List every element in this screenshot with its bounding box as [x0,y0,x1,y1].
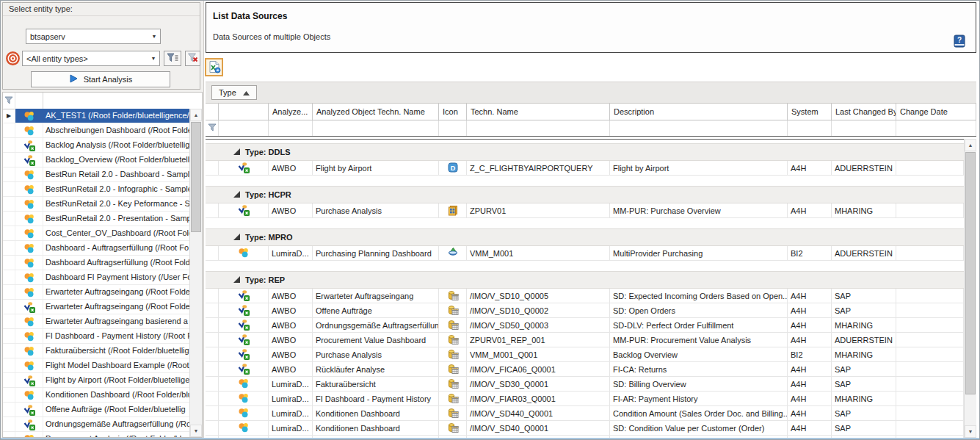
list-item[interactable]: Dashboard Auftragserfüllung (/Root Fold [3,256,189,270]
list-item[interactable]: Cost_Center_OV_Dashboard (/Root Fold [3,226,189,241]
list-item[interactable]: Erwarteter Auftragseingang basierend a [3,314,189,329]
scroll-up-button[interactable]: ▲ [190,109,202,121]
column-header-icon[interactable]: Icon [439,104,467,120]
group-row[interactable]: Type: DDLS [206,143,964,161]
table-row[interactable]: AWBOFlight by AirportDZ_C_FLIGHTBYAIRPOR… [206,161,964,176]
list-item[interactable]: Konditionen Dashboard (/Root Folder/blu [3,388,189,403]
filter-cell[interactable] [269,120,313,136]
list-item[interactable]: Fakturaübersicht (/Root Folder/bluetelli… [3,344,189,358]
list-filter-cell[interactable] [3,93,15,109]
analysis-workbook-icon [15,403,43,416]
filter-cell[interactable] [467,120,610,136]
table-row[interactable]: LumiraD...Fakturaübersicht/IMO/V_SD30_Q0… [206,377,964,392]
filter-cell[interactable] [832,120,896,136]
column-header-blank[interactable] [206,104,219,120]
table-row[interactable]: AWBOOffene Aufträge/IMO/V_SD10_Q0002SD: … [206,303,964,318]
filter-cell[interactable] [610,120,788,136]
list-item[interactable]: Abschreibungen Dashboard (/Root Folde [3,123,189,138]
group-expanded-icon[interactable] [233,233,240,242]
group-row[interactable]: Type: REP [206,271,964,289]
column-header-analyzed-object-techn-name[interactable]: Analyzed Object Techn. Name [313,104,439,120]
list-item[interactable]: BestRun Retail 2.0 - Dashboard - Sample [3,167,189,182]
cell-object-name: Procurement Value Dashboard [313,333,439,347]
list-item[interactable]: BestRunRetail 2.0 - Key Peformance - Sa [3,197,189,212]
list-item[interactable]: Offene Aufträge (/Root Folder/bluetellig [3,403,189,417]
filter-cell[interactable] [313,120,439,136]
list-item[interactable]: Flight Model Dashboard Example (/Root [3,358,189,373]
cell-description: SD: Expected Incoming Orders Based on Op… [610,289,788,303]
group-row[interactable]: Type: HCPR [206,186,964,203]
row-indicator [3,270,15,284]
list-icon-column-header[interactable] [15,93,43,109]
table-row[interactable]: AWBOPurchase AnalysisZPURV01MM-PUR: Purc… [206,203,964,218]
cell-change-date [896,406,964,420]
lumira-doc-icon [238,407,250,420]
column-header-blank[interactable] [219,104,269,120]
grid-scrollbar[interactable]: ▲ ▼ [964,139,976,438]
filter-cell[interactable] [219,120,269,136]
cell-description: MultiProvider Purchasing [610,246,788,260]
table-row[interactable]: LumiraD...Konditionen Dashboard/IMO/V_SD… [206,406,964,421]
table-row[interactable]: AWBORückläufer Analyse/IMO/V_FICA06_Q000… [206,362,964,377]
scroll-up-button[interactable]: ▲ [965,139,976,151]
table-row[interactable]: LumiraD...Konditionen Dashboard/IMO/V_SD… [206,421,964,436]
connection-dropdown[interactable]: btsapserv ▼ [26,29,161,44]
filter-cell[interactable] [439,120,467,136]
list-item[interactable]: Erwarteter Auftragseingang (/Root Folde [3,300,189,314]
filter-row-indicator[interactable] [206,120,219,136]
list-item[interactable]: Backlog Analysis (/Root Folder/bluetelli… [3,138,189,153]
table-row[interactable]: AWBOErwarteter Auftragseingang/IMO/V_SD1… [206,289,964,303]
group-row[interactable]: Type: MPRO [206,228,964,246]
cell-object-name: Fakturaübersicht [313,377,439,391]
sort-asc-triangle-icon [243,88,250,97]
list-item[interactable]: Dashboard FI Payment History (/User Fo [3,270,189,285]
cell-change-date [896,392,964,405]
filter-cell[interactable] [788,120,832,136]
column-header-change-date[interactable]: Change Date [896,104,976,120]
group-expanded-icon[interactable] [233,190,240,199]
group-chip-type[interactable]: Type [211,85,257,100]
row-indicator [3,417,15,431]
table-row[interactable]: AWBOPurchase AnalysisVMM_M001_Q001Backlo… [206,347,964,362]
table-row[interactable]: LumiraD...Purchasing Planning DashboardV… [206,246,964,261]
column-header-last-changed-by[interactable]: Last Changed By [832,104,896,120]
object-list-scrollbar[interactable]: ▲ ▼ [189,109,202,437]
scroll-down-button[interactable]: ▼ [965,425,976,438]
group-row-label: Type: MPRO [245,233,293,242]
list-name-column-header[interactable] [43,93,202,109]
list-item[interactable]: Ordnungsgemäße Auftragserfüllung (/Ro [3,417,189,432]
list-item[interactable]: FI Dashboard - Payment History (/Root F [3,329,189,344]
cell-description: SD: Open Orders [610,303,788,317]
list-item[interactable]: Procurement Analysis (/Root Folder/bl [3,432,189,437]
query-icon [447,348,459,361]
table-row[interactable]: LumiraD...FI Dashboard - Payment History… [206,392,964,406]
list-item[interactable]: Flight by Airport (/Root Folder/bluetell… [3,373,189,388]
column-header-techn-name[interactable]: Techn. Name [467,104,610,120]
table-row[interactable]: AWBOOrdnungsgemäße Auftragserfüllung/IMO… [206,318,964,333]
scroll-thumb[interactable] [191,122,201,232]
object-list-body: ▶AK_TEST1 (/Root Folder/bluetelligence/S… [3,109,189,437]
entity-type-dropdown[interactable]: <All entity types> ▼ [22,51,160,66]
group-expanded-icon[interactable] [233,275,240,284]
list-item[interactable]: Erwarteter Auftragseingang (/Root Folde [3,285,189,300]
list-item[interactable]: Backlog_Overview (/Root Folder/bluetell [3,153,189,167]
scroll-thumb[interactable] [965,152,976,394]
export-excel-button[interactable] [205,58,223,76]
row-indicator [3,123,15,137]
help-book-icon[interactable]: ? [952,34,967,48]
start-analysis-button[interactable]: Start Analysis [31,71,170,87]
group-expanded-icon[interactable] [233,148,240,156]
list-item[interactable]: ▶AK_TEST1 (/Root Folder/bluetelligence/S [3,109,189,123]
scroll-down-button[interactable]: ▼ [190,425,202,437]
filter-settings-button[interactable] [164,51,181,66]
row-indicator [3,226,15,240]
column-header-system[interactable]: System [788,104,832,120]
list-item[interactable]: Dashboard - Auftragserfüllung (/Root Fo [3,241,189,256]
column-header-analyze[interactable]: Analyze... [269,104,313,120]
column-header-description[interactable]: Description [610,104,788,120]
filter-cell[interactable] [896,120,976,136]
clear-filter-button[interactable] [185,51,200,66]
table-row[interactable]: AWBOProcurement Value DashboardZPURV01_R… [206,333,964,347]
list-item[interactable]: BestRunRetail 2.0 - Infographic - Sample [3,182,189,197]
list-item[interactable]: BestRunRetail 2.0 - Presentation - Samp [3,212,189,226]
